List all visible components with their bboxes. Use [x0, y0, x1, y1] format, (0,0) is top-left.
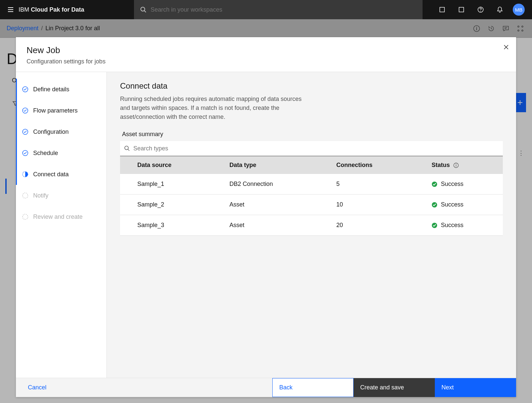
step-label: Flow parameters: [33, 107, 78, 114]
global-search-input[interactable]: [151, 6, 417, 13]
step-label: Connect data: [33, 171, 69, 178]
svg-point-20: [125, 146, 128, 150]
square-icon-1[interactable]: [432, 0, 452, 19]
step-label: Review and create: [33, 213, 83, 220]
modal-subtitle: Configuration settings for jobs: [27, 58, 505, 65]
cell-status: Success: [414, 215, 503, 236]
search-icon: [140, 6, 147, 13]
cell-status: Success: [414, 174, 503, 195]
asset-summary-label: Asset summary: [122, 131, 503, 138]
table-header-row: Data source Data type Connections Status: [120, 156, 503, 174]
step-define-details[interactable]: Define details: [16, 79, 106, 100]
checkmark-outline-icon: [22, 150, 29, 156]
modal-title: New Job: [27, 45, 505, 55]
incomplete-icon: [22, 171, 29, 178]
step-review-create[interactable]: Review and create: [16, 206, 106, 227]
cell-data-source: Sample_1: [120, 174, 212, 195]
cell-connections: 20: [319, 215, 414, 236]
svg-line-21: [128, 149, 129, 151]
cell-connections: 5: [319, 174, 414, 195]
checkmark-outline-icon: [22, 86, 29, 93]
circle-dash-icon: [22, 192, 29, 199]
col-data-source[interactable]: Data source: [120, 156, 212, 174]
back-button[interactable]: Back: [272, 378, 354, 397]
brand-title: IBM Cloud Pak for Data: [19, 6, 84, 13]
avatar-initials: MB: [515, 7, 523, 13]
col-status[interactable]: Status: [414, 156, 503, 174]
step-configuration[interactable]: Configuration: [16, 121, 106, 142]
checkmark-filled-icon: [432, 202, 437, 208]
modal-body: Define details Flow parameters Configura…: [16, 72, 516, 378]
svg-rect-3: [459, 7, 464, 12]
svg-line-1: [144, 11, 146, 12]
step-flow-parameters[interactable]: Flow parameters: [16, 100, 106, 121]
content-heading: Connect data: [120, 81, 503, 91]
asset-search-input[interactable]: [133, 145, 499, 152]
cell-data-type: DB2 Connection: [212, 174, 319, 195]
footer-spacer: [155, 378, 272, 397]
step-label: Configuration: [33, 128, 69, 135]
info-icon[interactable]: [453, 163, 459, 168]
checkmark-outline-icon: [22, 128, 29, 135]
user-avatar[interactable]: MB: [513, 4, 525, 16]
step-schedule[interactable]: Schedule: [16, 142, 106, 164]
step-nav: Define details Flow parameters Configura…: [16, 72, 107, 378]
modal-footer: Cancel Back Create and save Next: [16, 378, 516, 397]
svg-rect-2: [440, 7, 444, 12]
status-text: Success: [441, 201, 463, 208]
col-data-type[interactable]: Data type: [212, 156, 319, 174]
asset-table: Data source Data type Connections Status…: [120, 156, 503, 236]
cell-data-type: Asset: [212, 215, 319, 236]
global-search[interactable]: [134, 0, 423, 19]
cell-status: Success: [414, 195, 503, 215]
status-text: Success: [441, 181, 463, 188]
help-icon[interactable]: [471, 0, 490, 19]
step-label: Define details: [33, 86, 69, 93]
svg-point-19: [23, 214, 28, 219]
cell-connections: 10: [319, 195, 414, 215]
checkmark-filled-icon: [432, 181, 437, 187]
notifications-icon[interactable]: [490, 0, 509, 19]
table-row[interactable]: Sample_1 DB2 Connection 5 Success: [120, 174, 503, 195]
checkmark-outline-icon: [22, 107, 29, 114]
table-row[interactable]: Sample_3 Asset 20 Success: [120, 215, 503, 236]
svg-point-18: [23, 193, 28, 198]
create-and-save-button[interactable]: Create and save: [354, 378, 435, 397]
table-row[interactable]: Sample_2 Asset 10 Success: [120, 195, 503, 215]
square-icon-2[interactable]: [452, 0, 471, 19]
status-text: Success: [441, 222, 463, 229]
checkmark-filled-icon: [432, 222, 437, 228]
step-notify[interactable]: Notify: [16, 185, 106, 206]
next-button[interactable]: Next: [435, 378, 516, 397]
asset-search[interactable]: [120, 141, 503, 156]
search-icon: [124, 145, 130, 151]
step-connect-data[interactable]: Connect data: [16, 164, 106, 185]
cell-data-type: Asset: [212, 195, 319, 215]
col-status-label: Status: [432, 162, 450, 168]
step-label: Notify: [33, 192, 48, 199]
cell-data-source: Sample_2: [120, 195, 212, 215]
circle-dash-icon: [22, 213, 29, 220]
header-actions: MB: [432, 0, 528, 19]
brand-bold: Cloud Pak for Data: [31, 6, 84, 13]
new-job-modal: New Job Configuration settings for jobs …: [16, 37, 516, 397]
col-connections[interactable]: Connections: [319, 156, 414, 174]
step-content: Connect data Running scheduled jobs requ…: [107, 72, 516, 378]
step-label: Schedule: [33, 150, 58, 157]
svg-point-5: [480, 11, 481, 12]
modal-header: New Job Configuration settings for jobs: [16, 37, 516, 72]
svg-point-23: [456, 164, 456, 165]
cancel-button[interactable]: Cancel: [16, 378, 155, 397]
menu-icon[interactable]: [4, 0, 17, 19]
svg-rect-24: [456, 165, 456, 167]
close-icon[interactable]: [501, 42, 511, 52]
content-description: Running scheduled jobs requires automati…: [120, 95, 312, 121]
global-header: IBM Cloud Pak for Data MB: [0, 0, 532, 19]
cell-data-source: Sample_3: [120, 215, 212, 236]
svg-point-0: [141, 7, 145, 11]
brand-prefix: IBM: [19, 6, 31, 13]
